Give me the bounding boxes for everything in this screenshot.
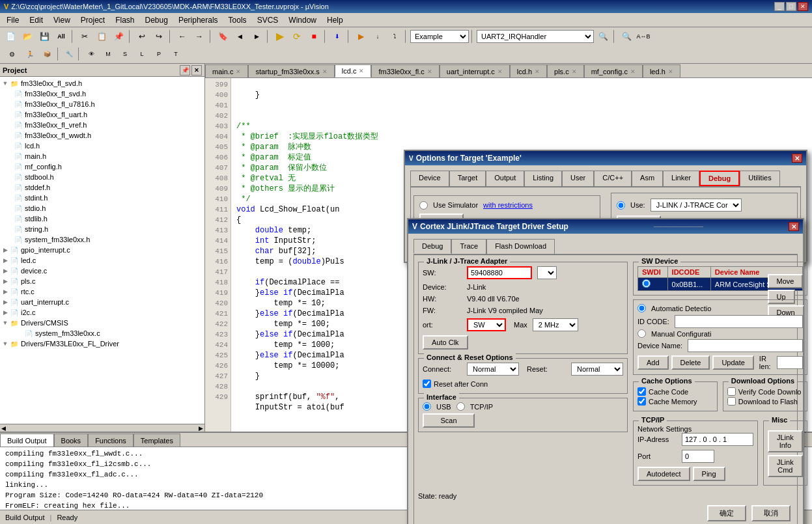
jlink-tab-debug[interactable]: Debug	[413, 239, 451, 254]
jlink-dialog-buttons: 确定 取消	[418, 505, 793, 521]
device-name-row: Device Name:	[637, 339, 803, 352]
sw-input[interactable]	[467, 266, 532, 279]
jlink-info-btn[interactable]: JLink Info	[768, 430, 803, 452]
connect-reset-box: Connect & Reset Options Connect: Normal …	[418, 358, 628, 394]
device-name-input[interactable]	[688, 339, 803, 352]
move-btn[interactable]: Move	[768, 274, 804, 288]
ir-len-input[interactable]	[777, 356, 803, 369]
jlink-close-btn[interactable]: ✕	[789, 222, 799, 231]
reset-after-conn-checkbox[interactable]	[423, 379, 431, 388]
swdi-radio[interactable]	[642, 279, 651, 288]
download-flash-checkbox[interactable]	[727, 397, 736, 406]
port-tcp-label: Port	[637, 452, 677, 460]
hw-label: HW:	[423, 295, 462, 303]
with-restrictions-link[interactable]: with restrictions	[483, 201, 533, 209]
delete-btn[interactable]: Delete	[671, 355, 710, 370]
id-code-row: ID CODE:	[637, 315, 803, 328]
hardware-selector[interactable]: J-LINK / J-TRACE Cortex	[651, 199, 742, 212]
jlink-tab-trace[interactable]: Trace	[451, 239, 486, 254]
port-tcp-row: Port	[637, 450, 753, 463]
autodetect-btn[interactable]: Autodetect	[637, 467, 690, 481]
ok-btn[interactable]: 确定	[707, 505, 746, 521]
reset-after-conn-row: Reset after Conn	[423, 379, 623, 388]
tcpip-box: TCP/IP Network Settings IP-Adress Port	[633, 421, 758, 486]
ir-len-label: IR len:	[759, 355, 774, 370]
tcpip-label: TCP/IP	[470, 403, 493, 411]
options-tab-bar: Device Target Output Listing User C/C++ …	[410, 171, 801, 187]
options-tab-asm[interactable]: Asm	[632, 171, 663, 186]
use-simulator-radio[interactable]	[419, 201, 428, 210]
port-combo[interactable]: SW	[467, 318, 506, 331]
usb-radio[interactable]	[423, 402, 431, 411]
jlink-title-icon: V	[412, 222, 417, 231]
options-tab-debug[interactable]: Debug	[699, 171, 740, 186]
adapter-box: J-Link / J-Trace Adapter SW: Device: J-L…	[418, 262, 628, 354]
detect-box: Automatic Detectio ID CODE: Manual Confi…	[633, 299, 807, 375]
options-tab-linker[interactable]: Linker	[663, 171, 699, 186]
jlink-cmd-btn[interactable]: JLink Cmd	[768, 455, 803, 477]
ip-label: IP-Adress	[637, 435, 677, 443]
connect-row: Connect: Normal Reset: Normal	[423, 363, 623, 376]
id-code-input[interactable]	[675, 315, 803, 328]
connect-combo[interactable]: Normal	[467, 363, 519, 376]
manual-config-radio[interactable]	[637, 329, 646, 338]
fw-row: FW: J-Link V9 compiled May	[423, 307, 623, 314]
options-tab-target[interactable]: Target	[449, 171, 486, 186]
interface-box: Interface USB TCP/IP Scan	[418, 398, 628, 432]
col-idcode: IDCODE	[667, 267, 710, 278]
cache-memory-checkbox[interactable]	[637, 397, 646, 406]
adapter-section: J-Link / J-Trace Adapter SW: Device: J-L…	[418, 259, 628, 488]
tcpip-radio[interactable]	[456, 402, 465, 411]
col-swdi: SWDI	[638, 267, 668, 278]
device-value: J-Link	[467, 283, 486, 291]
port-label: ort:	[423, 321, 462, 329]
options-tab-listing[interactable]: Listing	[524, 171, 562, 186]
idcode-cell: 0x0BB1...	[667, 278, 710, 291]
auto-detect-radio[interactable]	[637, 304, 646, 312]
options-tab-cpp[interactable]: C/C++	[594, 171, 632, 186]
jlink-dialog-title: V Cortex JLink/JTrace Target Driver Setu…	[408, 219, 803, 234]
options-title-text: Options for Target 'Example'	[416, 154, 522, 163]
sw-combo[interactable]	[537, 266, 557, 279]
jlink-title-text: Cortex JLink/JTrace Target Driver Setup	[420, 222, 568, 231]
state-label: State: ready	[418, 492, 456, 500]
max-combo[interactable]: 2 MHz	[533, 318, 578, 331]
options-close-btn[interactable]: ✕	[792, 154, 802, 163]
jlink-cmd-row: JLink Cmd	[768, 455, 803, 477]
download-flash-label: Download to Flash	[738, 398, 798, 406]
cache-title: Cache Options	[639, 377, 695, 385]
options-dialog-title: V Options for Target 'Example' ✕	[405, 151, 806, 165]
reset-label: Reset:	[527, 365, 566, 373]
options-tab-user[interactable]: User	[562, 171, 594, 186]
port-tcp-input[interactable]	[682, 450, 714, 463]
add-btn[interactable]: Add	[637, 355, 669, 370]
connect-label: Connect:	[423, 365, 462, 373]
state-row: State: ready	[418, 492, 793, 500]
fw-label: FW:	[423, 307, 462, 314]
download-box: Download Options Verify Code Downlo Down…	[723, 381, 807, 411]
cache-code-row: Cache Code	[637, 387, 713, 396]
scan-row: Scan	[423, 413, 623, 428]
cache-code-checkbox[interactable]	[637, 387, 646, 396]
port-max-label: Max	[514, 321, 527, 329]
reset-after-conn-label: Reset after Conn	[434, 380, 488, 388]
usb-label: USB	[436, 403, 451, 411]
options-tab-device[interactable]: Device	[410, 171, 449, 186]
verify-code-checkbox[interactable]	[727, 387, 736, 396]
use-simulator-label: Use Simulator	[433, 201, 478, 209]
scan-btn[interactable]: Scan	[423, 413, 475, 428]
cancel-btn[interactable]: 取消	[751, 505, 791, 521]
use-hardware-radio[interactable]	[617, 201, 625, 210]
sw-device-section: SW Device SWDI IDCODE Device Name	[633, 259, 807, 488]
reset-combo[interactable]: Normal	[571, 363, 623, 376]
update-btn[interactable]: Update	[712, 355, 753, 370]
options-tab-output[interactable]: Output	[486, 171, 524, 186]
tcpip-title: TCP/IP	[639, 416, 667, 424]
options-tab-utilities[interactable]: Utilities	[740, 171, 779, 186]
verify-code-row: Verify Code Downlo	[727, 387, 803, 396]
jlink-tab-flash[interactable]: Flash Download	[486, 239, 555, 254]
detect-btns: Add Delete Update IR len:	[637, 355, 803, 370]
ip-input[interactable]	[682, 433, 753, 446]
auto-clk-btn[interactable]: Auto Clk	[423, 335, 468, 350]
ping-btn[interactable]: Ping	[693, 467, 725, 481]
